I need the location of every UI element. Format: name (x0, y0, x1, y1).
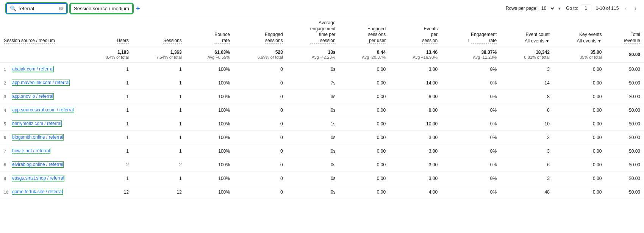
header-row: Session source / medium Users Sessions B… (0, 17, 644, 47)
cell-events-per-session: 3.00 (389, 172, 441, 185)
cell-key-events: 0.00 (553, 185, 606, 199)
rows-per-page-control: Rows per page: 10 25 50 100 ▼ (506, 5, 561, 11)
data-table-wrapper: Session source / medium Users Sessions B… (0, 17, 644, 199)
cell-event-count: 3 (500, 172, 553, 185)
event-count-filter-button[interactable]: All events ▼ (525, 38, 550, 44)
cell-engagement-rate: 0% (441, 158, 500, 172)
col-header-bounce-rate[interactable]: Bouncerate (186, 17, 234, 47)
cell-events-per-session: 3.00 (389, 62, 441, 76)
col-label-total-revenue: Totalrevenue (624, 32, 640, 44)
row-number: 3 (4, 94, 9, 99)
cell-sessions: 1 (133, 90, 186, 103)
col-header-avg-engagement[interactable]: Averageengagementtime persession (287, 17, 339, 47)
table-row: 3 app.snov.io / referral 1 1 100% 0 3s 0… (0, 90, 644, 103)
cell-total-revenue: $0.00 (605, 144, 644, 158)
dimension-pill[interactable]: Session source / medium (70, 3, 133, 14)
source-medium-link[interactable]: game.fertuk.site / referral (12, 189, 63, 195)
table-row: 7 bowte.net / referral 1 1 100% 0 0s 0.0… (0, 144, 644, 158)
cell-users: 1 (83, 62, 133, 76)
add-dimension-button[interactable]: + (136, 5, 140, 13)
source-medium-link[interactable]: elvirablog.online / referral (12, 162, 63, 167)
totals-engaged-sessions: 523 6.69% of total (234, 47, 287, 63)
source-medium-link[interactable]: app.snov.io / referral (12, 94, 53, 99)
next-page-button[interactable]: › (633, 4, 638, 13)
cell-events-per-session: 4.00 (389, 185, 441, 199)
col-header-event-count[interactable]: Event count All events ▼ (500, 17, 553, 47)
cell-avg-engagement: 0s (287, 62, 339, 76)
cell-source-medium: 1 abaiak.com / referral (0, 63, 83, 76)
col-header-events-per-session[interactable]: Eventspersession (389, 17, 441, 47)
key-events-filter-button[interactable]: All events ▼ (577, 38, 602, 44)
cell-engaged-per-user: 0.00 (339, 158, 390, 172)
source-medium-link[interactable]: blogsmith.online / referral (12, 134, 63, 140)
totals-sessions: 1,363 7.54% of total (133, 47, 186, 63)
prev-page-button[interactable]: ‹ (623, 4, 628, 13)
col-header-engaged-sessions[interactable]: Engagedsessions (234, 17, 287, 47)
row-number: 1 (4, 67, 9, 72)
cell-key-events: 0.00 (553, 158, 606, 172)
totals-engaged-per-user: 0.44 Avg -20.37% (339, 47, 390, 63)
cell-engaged-sessions: 0 (234, 62, 287, 76)
cell-engagement-rate: 0% (441, 131, 500, 144)
col-header-sessions[interactable]: Sessions (133, 17, 186, 47)
cell-key-events: 0.00 (553, 172, 606, 185)
source-medium-link[interactable]: bowte.net / referral (12, 148, 50, 154)
col-header-total-revenue[interactable]: Totalrevenue (605, 17, 644, 47)
col-header-engagement-rate[interactable]: ↑ Engagementrate (441, 17, 500, 47)
cell-event-count: 14 (500, 76, 553, 90)
clear-icon[interactable]: ⊗ (59, 5, 63, 11)
source-medium-link[interactable]: app.mavenlink.com / referral (12, 80, 69, 86)
totals-event-count: 18,342 8.81% of total (500, 47, 553, 63)
cell-engagement-rate: 0% (441, 144, 500, 158)
col-label-engagement-rate: Engagementrate (471, 32, 497, 44)
cell-key-events: 0.00 (553, 103, 606, 117)
rows-per-page-select[interactable]: 10 25 50 100 (540, 5, 555, 11)
goto-input[interactable] (581, 5, 591, 12)
search-box[interactable]: 🔍 ⊗ (6, 3, 67, 14)
cell-total-revenue: $0.00 (605, 131, 644, 144)
rows-per-page-label: Rows per page: (506, 6, 538, 11)
search-input[interactable] (19, 6, 56, 11)
cell-engaged-sessions: 0 (234, 76, 287, 90)
cell-users: 2 (83, 158, 133, 172)
cell-avg-engagement: 0s (287, 103, 339, 117)
search-icon: 🔍 (10, 5, 16, 11)
col-label-avg-engagement: Averageengagementtime persession (310, 20, 336, 44)
cell-engaged-per-user: 0.00 (339, 117, 390, 131)
cell-users: 1 (83, 103, 133, 117)
source-medium-link[interactable]: barrymoltz.com / referral (12, 121, 61, 127)
cell-engaged-per-user: 0.00 (339, 103, 390, 117)
col-label-bounce-rate: Bouncerate (214, 32, 230, 44)
table-row: 8 elvirablog.online / referral 2 2 100% … (0, 158, 644, 172)
table-row: 2 app.mavenlink.com / referral 1 1 100% … (0, 76, 644, 90)
cell-events-per-session: 8.00 (389, 90, 441, 103)
cell-users: 1 (83, 76, 133, 90)
cell-engaged-sessions: 0 (234, 117, 287, 131)
col-header-users[interactable]: Users (83, 17, 133, 47)
col-label-sessions: Sessions (163, 38, 182, 44)
cell-event-count: 6 (500, 158, 553, 172)
row-number: 5 (4, 122, 9, 126)
cell-avg-engagement: 0s (287, 144, 339, 158)
cell-key-events: 0.00 (553, 90, 606, 103)
col-header-key-events[interactable]: Key events All events ▼ (553, 17, 606, 47)
row-number: 6 (4, 135, 9, 140)
source-medium-link[interactable]: app.sourcescrub.com / referral (12, 107, 74, 113)
cell-engagement-rate: 0% (441, 172, 500, 185)
cell-engaged-sessions: 0 (234, 103, 287, 117)
source-medium-link[interactable]: abaiak.com / referral (12, 66, 53, 72)
cell-total-revenue: $0.00 (605, 117, 644, 131)
row-number: 4 (4, 108, 9, 113)
key-events-dropdown-icon: ▼ (597, 38, 602, 44)
totals-key-events: 35.00 35% of total (553, 47, 606, 63)
cell-engaged-per-user: 0.00 (339, 172, 390, 185)
cell-engagement-rate: 0% (441, 117, 500, 131)
col-label-users: Users (117, 38, 129, 44)
cell-key-events: 0.00 (553, 131, 606, 144)
cell-total-revenue: $0.00 (605, 90, 644, 103)
source-medium-link[interactable]: essgs.smzt.shop / referral (12, 175, 64, 181)
cell-avg-engagement: 0s (287, 172, 339, 185)
col-header-source-medium[interactable]: Session source / medium (0, 17, 83, 47)
col-header-engaged-per-user[interactable]: Engagedsessionsper user (339, 17, 390, 47)
sort-arrow-engagement-rate: ↑ (467, 38, 471, 43)
